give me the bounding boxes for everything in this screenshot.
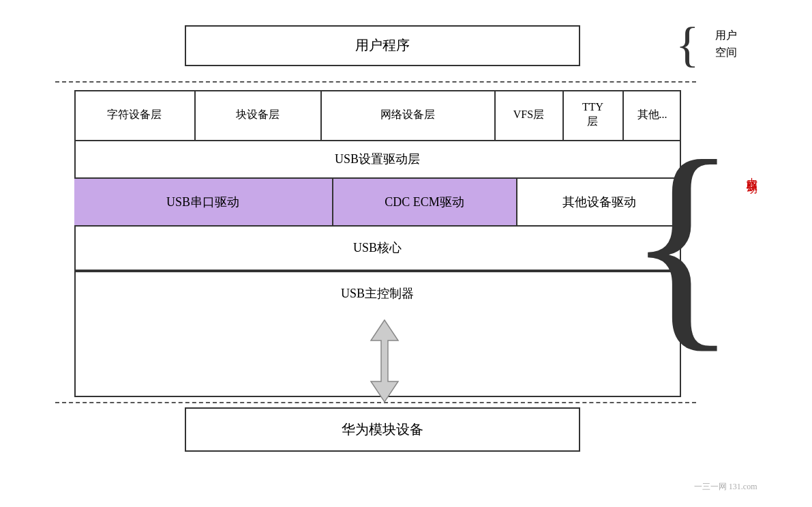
device-layers-row: 字符设备层 块设备层 网络设备层 VFS层 TTY 层 其他... [74, 90, 681, 141]
kernel-space-brace: { [627, 92, 738, 392]
huawei-module-box: 华为模块设备 [185, 407, 580, 452]
usb-drivers-row: USB串口驱动 CDC ECM驱动 其他设备驱动 [74, 179, 681, 227]
user-space-brace: { [676, 20, 700, 69]
tty-layer: TTY 层 [564, 90, 624, 140]
kernel-space-label: 内核驱动 [745, 169, 759, 177]
network-device-layer: 网络设备层 [322, 90, 496, 140]
usb-config-layer: USB设置驱动层 [74, 141, 681, 179]
usb-serial-driver: USB串口驱动 [74, 179, 333, 225]
usb-host-controller-layer: USB主控制器 [74, 271, 681, 315]
watermark: 一三一网 131.com [694, 481, 757, 493]
svg-marker-0 [371, 320, 398, 402]
user-program-box: 用户程序 [185, 25, 580, 66]
user-space-label: 用户 空间 [715, 27, 737, 61]
char-device-layer: 字符设备层 [74, 90, 196, 140]
usb-core-layer: USB核心 [74, 227, 681, 271]
top-dashed-separator [55, 81, 696, 83]
main-wrapper: 用户程序 { 用户 空间 字符设备层 块设备层 网络设备层 VFS层 [48, 12, 764, 496]
cdc-ecm-driver: CDC ECM驱动 [333, 179, 517, 225]
diagram-container: 用户程序 { 用户 空间 字符设备层 块设备层 网络设备层 VFS层 [0, 0, 812, 507]
bidirectional-arrow [357, 317, 412, 405]
user-program-label: 用户程序 [355, 36, 410, 55]
block-device-layer: 块设备层 [196, 90, 322, 140]
vfs-layer: VFS层 [496, 90, 564, 140]
